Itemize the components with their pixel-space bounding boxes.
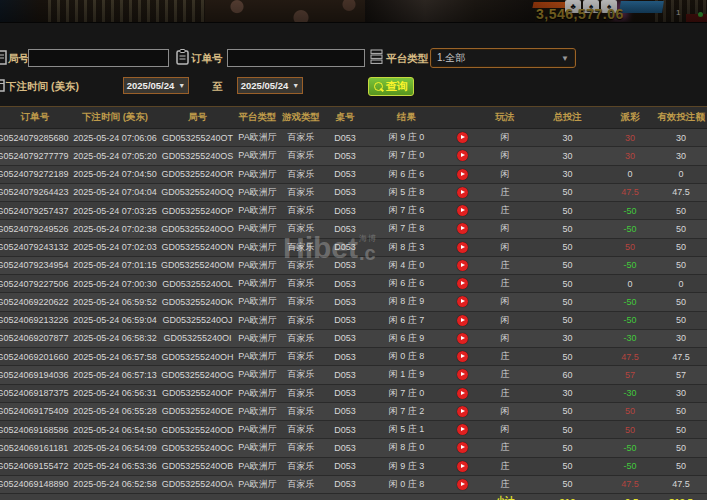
cell-replay <box>445 183 480 201</box>
cell-game-type: 百家乐 <box>280 348 322 366</box>
cell-game-number: GD053255240OO <box>160 220 235 238</box>
cell-result: 闲 7 庄 2 <box>368 402 445 420</box>
replay-button[interactable] <box>457 406 468 417</box>
cell-platform: PA欧洲厅 <box>235 129 280 147</box>
replay-button[interactable] <box>457 315 468 326</box>
replay-button[interactable] <box>457 187 468 198</box>
date-to-picker[interactable]: 2025/05/24▼ <box>237 77 303 94</box>
cell-result: 闲 1 庄 9 <box>368 366 445 384</box>
cell-total-bet: 60 <box>530 366 605 384</box>
cell-table-number: D053 <box>322 147 368 165</box>
cell-platform: PA欧洲厅 <box>235 220 280 238</box>
cell-table-number: D053 <box>322 421 368 439</box>
cell-game-number: GD053255240OH <box>160 348 235 366</box>
cell-result: 闲 7 庄 8 <box>368 220 445 238</box>
cell-order-number: G0524079264423 <box>0 183 70 201</box>
cell-result: 闲 8 庄 0 <box>368 439 445 457</box>
replay-button[interactable] <box>457 351 468 362</box>
replay-button[interactable] <box>457 369 468 380</box>
cell-replay <box>445 293 480 311</box>
cell-game-number: GD053255240OG <box>160 366 235 384</box>
cell-payout: -30 <box>605 384 655 402</box>
cell-total-bet: 50 <box>530 293 605 311</box>
game-number-icon <box>0 50 7 65</box>
replay-button[interactable] <box>457 388 468 399</box>
column-header: 结果 <box>368 107 445 129</box>
date-from-picker[interactable]: 2025/05/24▼ <box>123 77 189 94</box>
cell-replay <box>445 311 480 329</box>
cell-bet-time: 2025-05-24 06:54:50 <box>70 421 160 439</box>
cell-play-side: 闲 <box>480 220 530 238</box>
replay-button[interactable] <box>457 278 468 289</box>
cell-replay <box>445 384 480 402</box>
play-icon <box>461 482 465 486</box>
cell-result: 闲 0 庄 8 <box>368 348 445 366</box>
replay-button[interactable] <box>457 296 468 307</box>
cell-bet-time: 2025-05-24 06:57:58 <box>70 348 160 366</box>
cell-table-number: D053 <box>322 238 368 256</box>
table-row: G0524069168586 2025-05-24 06:54:50 GD053… <box>0 421 707 439</box>
table-row: G0524079227506 2025-05-24 07:00:30 GD053… <box>0 275 707 293</box>
replay-button[interactable] <box>457 260 468 271</box>
cell-play-side: 庄 <box>480 183 530 201</box>
cell-order-number: G0524069187375 <box>0 384 70 402</box>
cell-total-bet: 30 <box>530 129 605 147</box>
cell-game-type: 百家乐 <box>280 220 322 238</box>
replay-button[interactable] <box>457 424 468 435</box>
cell-order-number: G0524079272189 <box>0 165 70 183</box>
replay-button[interactable] <box>457 461 468 472</box>
cell-result: 闲 7 庄 0 <box>368 384 445 402</box>
play-icon <box>461 245 465 249</box>
cell-play-side: 闲 <box>480 238 530 256</box>
cell-bet-time: 2025-05-24 07:05:20 <box>70 147 160 165</box>
cell-platform: PA欧洲厅 <box>235 457 280 475</box>
cell-payout: 30 <box>605 129 655 147</box>
cell-game-number: GD053255240OR <box>160 165 235 183</box>
cell-platform: PA欧洲厅 <box>235 165 280 183</box>
cell-valid-bet: 47.5 <box>655 183 707 201</box>
replay-button[interactable] <box>457 442 468 453</box>
cell-payout: -50 <box>605 457 655 475</box>
cell-payout: 50 <box>605 238 655 256</box>
replay-button[interactable] <box>457 132 468 143</box>
replay-button[interactable] <box>457 150 468 161</box>
cell-platform: PA欧洲厅 <box>235 475 280 493</box>
cell-valid-bet: 30 <box>655 384 707 402</box>
play-icon <box>461 409 465 413</box>
cell-game-number: GD053255240ON <box>160 238 235 256</box>
subtotal-payout: -0.5 <box>605 494 655 500</box>
platform-type-select[interactable]: 1.全部 ▼ <box>430 48 576 68</box>
replay-button[interactable] <box>457 333 468 344</box>
cell-game-type: 百家乐 <box>280 475 322 493</box>
cell-play-side: 庄 <box>480 275 530 293</box>
table-row: G0524079257437 2025-05-24 07:03:25 GD053… <box>0 202 707 220</box>
replay-button[interactable] <box>457 205 468 216</box>
cell-order-number: G0524069194036 <box>0 366 70 384</box>
replay-button[interactable] <box>457 223 468 234</box>
search-button[interactable]: 查询 <box>368 77 414 96</box>
cell-game-type: 百家乐 <box>280 457 322 475</box>
replay-button[interactable] <box>457 242 468 253</box>
cell-total-bet: 50 <box>530 402 605 420</box>
date-from-value: 2025/05/24 <box>127 80 175 91</box>
cell-game-type: 百家乐 <box>280 311 322 329</box>
cell-platform: PA欧洲厅 <box>235 348 280 366</box>
game-number-input[interactable] <box>28 49 169 67</box>
table-row: G0524069194036 2025-05-24 06:57:13 GD053… <box>0 366 707 384</box>
replay-button[interactable] <box>457 169 468 180</box>
cell-game-type: 百家乐 <box>280 366 322 384</box>
cell-bet-time: 2025-05-24 06:53:36 <box>70 457 160 475</box>
cell-bet-time: 2025-05-24 06:57:13 <box>70 366 160 384</box>
order-number-input[interactable] <box>227 49 365 67</box>
cell-table-number: D053 <box>322 293 368 311</box>
cell-bet-time: 2025-05-24 07:00:30 <box>70 275 160 293</box>
cell-replay <box>445 275 480 293</box>
game-number-label: 局号 <box>8 52 29 66</box>
cell-platform: PA欧洲厅 <box>235 183 280 201</box>
table-row: G0524079272189 2025-05-24 07:04:50 GD053… <box>0 165 707 183</box>
replay-button[interactable] <box>457 479 468 490</box>
table-row: G0524069187375 2025-05-24 06:56:31 GD053… <box>0 384 707 402</box>
play-icon <box>461 226 465 230</box>
cell-valid-bet: 50 <box>655 402 707 420</box>
cell-game-number: GD053255240OP <box>160 202 235 220</box>
